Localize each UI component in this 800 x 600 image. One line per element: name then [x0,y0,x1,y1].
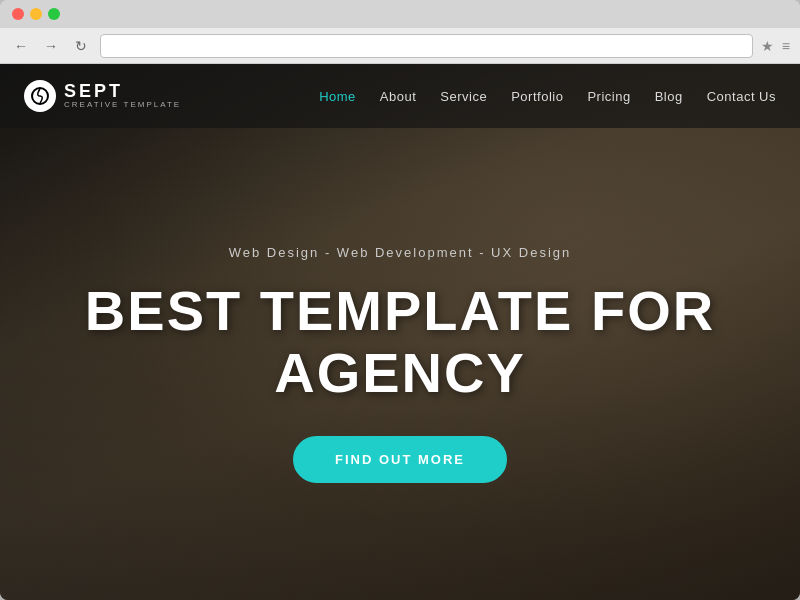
nav-item-contact[interactable]: Contact Us [707,87,776,105]
nav-link-about[interactable]: About [380,89,416,104]
nav-item-service[interactable]: Service [440,87,487,105]
nav-item-portfolio[interactable]: Portfolio [511,87,563,105]
hero-content: Web Design - Web Development - UX Design… [0,128,800,600]
browser-menu-icon[interactable]: ≡ [782,38,790,54]
logo-text-group: SEPT CREATIVE TEMPLATE [64,82,181,110]
bookmark-icon[interactable]: ★ [761,38,774,54]
nav-links-list: Home About Service Portfolio Pricing Blo… [319,87,776,105]
hero-title: BEST TEMPLATE FOR AGENCY [85,280,715,403]
nav-link-contact[interactable]: Contact Us [707,89,776,104]
site-logo[interactable]: SEPT CREATIVE TEMPLATE [24,80,181,112]
nav-item-blog[interactable]: Blog [655,87,683,105]
browser-titlebar [0,0,800,28]
logo-tagline: CREATIVE TEMPLATE [64,100,181,110]
browser-toolbar: ← → ↻ ★ ≡ [0,28,800,64]
cta-button[interactable]: FIND OUT MORE [293,436,507,483]
refresh-button[interactable]: ↻ [70,35,92,57]
nav-link-service[interactable]: Service [440,89,487,104]
nav-link-portfolio[interactable]: Portfolio [511,89,563,104]
forward-button[interactable]: → [40,35,62,57]
nav-link-blog[interactable]: Blog [655,89,683,104]
nav-item-home[interactable]: Home [319,87,356,105]
nav-link-home[interactable]: Home [319,89,356,104]
hero-subtitle: Web Design - Web Development - UX Design [229,245,572,260]
minimize-button[interactable] [30,8,42,20]
website-container: SEPT CREATIVE TEMPLATE Home About Servic… [0,64,800,600]
logo-name: SEPT [64,82,181,100]
close-button[interactable] [12,8,24,20]
hero-title-line1: BEST TEMPLATE FOR [85,279,715,342]
address-bar[interactable] [100,34,753,58]
site-navbar: SEPT CREATIVE TEMPLATE Home About Servic… [0,64,800,128]
logo-icon [24,80,56,112]
back-button[interactable]: ← [10,35,32,57]
logo-svg [30,86,50,106]
nav-item-about[interactable]: About [380,87,416,105]
nav-item-pricing[interactable]: Pricing [587,87,630,105]
maximize-button[interactable] [48,8,60,20]
browser-window: ← → ↻ ★ ≡ SEPT CREATIVE TEM [0,0,800,600]
hero-title-line2: AGENCY [274,341,526,404]
nav-link-pricing[interactable]: Pricing [587,89,630,104]
